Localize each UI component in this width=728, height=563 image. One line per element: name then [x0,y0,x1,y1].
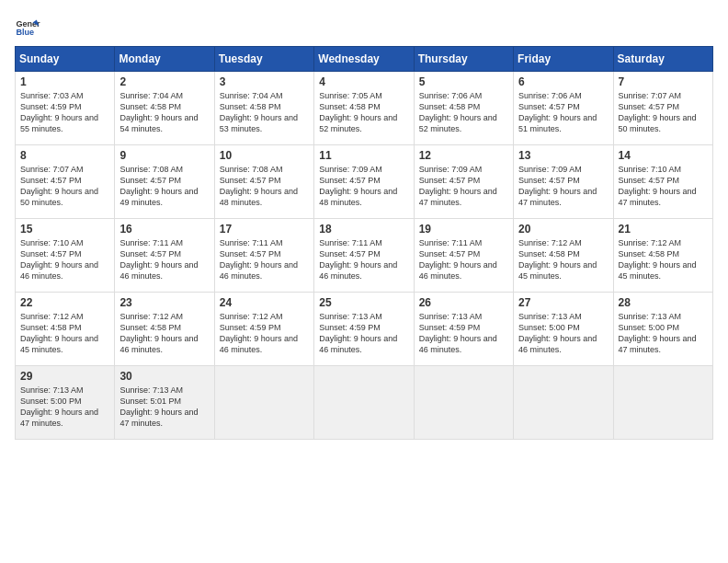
day-number: 22 [20,296,109,309]
calendar-cell: 2 Sunrise: 7:04 AMSunset: 4:58 PMDayligh… [115,72,214,145]
cell-info: Sunrise: 7:07 AMSunset: 4:57 PMDaylight:… [20,164,109,209]
cell-info: Sunrise: 7:03 AMSunset: 4:59 PMDaylight:… [20,90,109,135]
cell-info: Sunrise: 7:13 AMSunset: 4:59 PMDaylight:… [419,311,508,356]
calendar-cell: 24 Sunrise: 7:12 AMSunset: 4:59 PMDaylig… [214,293,313,366]
weekday-header-saturday: Saturday [613,47,712,72]
calendar-cell [613,366,712,440]
day-number: 13 [518,149,608,162]
cell-info: Sunrise: 7:13 AMSunset: 5:00 PMDaylight:… [20,385,109,430]
week-row-2: 8 Sunrise: 7:07 AMSunset: 4:57 PMDayligh… [16,145,713,219]
week-row-3: 15 Sunrise: 7:10 AMSunset: 4:57 PMDaylig… [16,219,713,293]
calendar-cell: 30 Sunrise: 7:13 AMSunset: 5:01 PMDaylig… [115,366,214,440]
cell-info: Sunrise: 7:09 AMSunset: 4:57 PMDaylight:… [319,164,408,209]
calendar-cell: 27 Sunrise: 7:13 AMSunset: 5:00 PMDaylig… [514,293,613,366]
cell-info: Sunrise: 7:11 AMSunset: 4:57 PMDaylight:… [319,237,408,282]
cell-info: Sunrise: 7:13 AMSunset: 5:00 PMDaylight:… [619,311,708,356]
cell-info: Sunrise: 7:08 AMSunset: 4:57 PMDaylight:… [119,164,209,209]
calendar-cell: 3 Sunrise: 7:04 AMSunset: 4:58 PMDayligh… [214,72,313,145]
cell-info: Sunrise: 7:12 AMSunset: 4:58 PMDaylight:… [20,311,109,356]
cell-info: Sunrise: 7:11 AMSunset: 4:57 PMDaylight:… [419,237,508,282]
day-number: 20 [518,223,608,236]
cell-info: Sunrise: 7:06 AMSunset: 4:58 PMDaylight:… [419,90,508,135]
day-number: 25 [319,296,408,309]
calendar-cell: 16 Sunrise: 7:11 AMSunset: 4:57 PMDaylig… [115,219,214,293]
week-row-5: 29 Sunrise: 7:13 AMSunset: 5:00 PMDaylig… [16,366,713,440]
calendar-cell: 21 Sunrise: 7:12 AMSunset: 4:58 PMDaylig… [613,219,712,293]
day-number: 19 [419,223,508,236]
cell-info: Sunrise: 7:06 AMSunset: 4:57 PMDaylight:… [518,90,608,135]
calendar-cell: 29 Sunrise: 7:13 AMSunset: 5:00 PMDaylig… [16,366,115,440]
cell-info: Sunrise: 7:12 AMSunset: 4:58 PMDaylight:… [518,237,608,282]
day-number: 3 [220,75,309,88]
week-row-4: 22 Sunrise: 7:12 AMSunset: 4:58 PMDaylig… [16,293,713,366]
day-number: 2 [119,75,209,88]
calendar-cell: 9 Sunrise: 7:08 AMSunset: 4:57 PMDayligh… [115,145,214,219]
calendar: SundayMondayTuesdayWednesdayThursdayFrid… [15,46,713,440]
calendar-cell: 5 Sunrise: 7:06 AMSunset: 4:58 PMDayligh… [414,72,513,145]
calendar-cell: 11 Sunrise: 7:09 AMSunset: 4:57 PMDaylig… [314,145,414,219]
day-number: 4 [319,75,408,88]
day-number: 7 [619,75,708,88]
day-number: 28 [619,296,708,309]
calendar-cell: 26 Sunrise: 7:13 AMSunset: 4:59 PMDaylig… [414,293,513,366]
calendar-cell: 6 Sunrise: 7:06 AMSunset: 4:57 PMDayligh… [514,72,613,145]
day-number: 18 [319,223,408,236]
calendar-cell: 19 Sunrise: 7:11 AMSunset: 4:57 PMDaylig… [414,219,513,293]
weekday-header-sunday: Sunday [16,47,115,72]
calendar-cell: 18 Sunrise: 7:11 AMSunset: 4:57 PMDaylig… [314,219,414,293]
cell-info: Sunrise: 7:13 AMSunset: 5:01 PMDaylight:… [119,385,209,430]
weekday-header-thursday: Thursday [414,47,513,72]
cell-info: Sunrise: 7:09 AMSunset: 4:57 PMDaylight:… [419,164,508,209]
calendar-cell: 1 Sunrise: 7:03 AMSunset: 4:59 PMDayligh… [16,72,115,145]
calendar-cell: 12 Sunrise: 7:09 AMSunset: 4:57 PMDaylig… [414,145,513,219]
cell-info: Sunrise: 7:11 AMSunset: 4:57 PMDaylight:… [220,237,309,282]
calendar-cell: 22 Sunrise: 7:12 AMSunset: 4:58 PMDaylig… [16,293,115,366]
calendar-cell: 7 Sunrise: 7:07 AMSunset: 4:57 PMDayligh… [613,72,712,145]
calendar-cell: 20 Sunrise: 7:12 AMSunset: 4:58 PMDaylig… [514,219,613,293]
logo-icon: General Blue [15,15,40,40]
day-number: 26 [419,296,508,309]
weekday-header-wednesday: Wednesday [314,47,414,72]
logo: General Blue [15,15,40,40]
cell-info: Sunrise: 7:11 AMSunset: 4:57 PMDaylight:… [119,237,209,282]
calendar-cell: 15 Sunrise: 7:10 AMSunset: 4:57 PMDaylig… [16,219,115,293]
day-number: 17 [220,223,309,236]
cell-info: Sunrise: 7:07 AMSunset: 4:57 PMDaylight:… [619,90,708,135]
cell-info: Sunrise: 7:12 AMSunset: 4:58 PMDaylight:… [619,237,708,282]
calendar-cell [314,366,414,440]
day-number: 1 [20,75,109,88]
day-number: 10 [220,149,309,162]
calendar-cell: 10 Sunrise: 7:08 AMSunset: 4:57 PMDaylig… [214,145,313,219]
calendar-cell: 25 Sunrise: 7:13 AMSunset: 4:59 PMDaylig… [314,293,414,366]
calendar-cell [214,366,313,440]
cell-info: Sunrise: 7:05 AMSunset: 4:58 PMDaylight:… [319,90,408,135]
day-number: 16 [119,223,209,236]
weekday-header-friday: Friday [514,47,613,72]
calendar-cell: 17 Sunrise: 7:11 AMSunset: 4:57 PMDaylig… [214,219,313,293]
calendar-cell: 8 Sunrise: 7:07 AMSunset: 4:57 PMDayligh… [16,145,115,219]
cell-info: Sunrise: 7:12 AMSunset: 4:59 PMDaylight:… [220,311,309,356]
calendar-cell: 4 Sunrise: 7:05 AMSunset: 4:58 PMDayligh… [314,72,414,145]
day-number: 30 [119,370,209,383]
calendar-cell: 13 Sunrise: 7:09 AMSunset: 4:57 PMDaylig… [514,145,613,219]
cell-info: Sunrise: 7:08 AMSunset: 4:57 PMDaylight:… [220,164,309,209]
cell-info: Sunrise: 7:04 AMSunset: 4:58 PMDaylight:… [220,90,309,135]
cell-info: Sunrise: 7:10 AMSunset: 4:57 PMDaylight:… [619,164,708,209]
day-number: 15 [20,223,109,236]
day-number: 29 [20,370,109,383]
cell-info: Sunrise: 7:09 AMSunset: 4:57 PMDaylight:… [518,164,608,209]
day-number: 14 [619,149,708,162]
weekday-header-tuesday: Tuesday [214,47,313,72]
cell-info: Sunrise: 7:12 AMSunset: 4:58 PMDaylight:… [119,311,209,356]
day-number: 5 [419,75,508,88]
cell-info: Sunrise: 7:13 AMSunset: 5:00 PMDaylight:… [518,311,608,356]
day-number: 21 [619,223,708,236]
calendar-cell: 28 Sunrise: 7:13 AMSunset: 5:00 PMDaylig… [613,293,712,366]
week-row-1: 1 Sunrise: 7:03 AMSunset: 4:59 PMDayligh… [16,72,713,145]
cell-info: Sunrise: 7:10 AMSunset: 4:57 PMDaylight:… [20,237,109,282]
calendar-cell: 23 Sunrise: 7:12 AMSunset: 4:58 PMDaylig… [115,293,214,366]
day-number: 11 [319,149,408,162]
calendar-cell: 14 Sunrise: 7:10 AMSunset: 4:57 PMDaylig… [613,145,712,219]
day-number: 6 [518,75,608,88]
svg-text:Blue: Blue [16,28,34,37]
